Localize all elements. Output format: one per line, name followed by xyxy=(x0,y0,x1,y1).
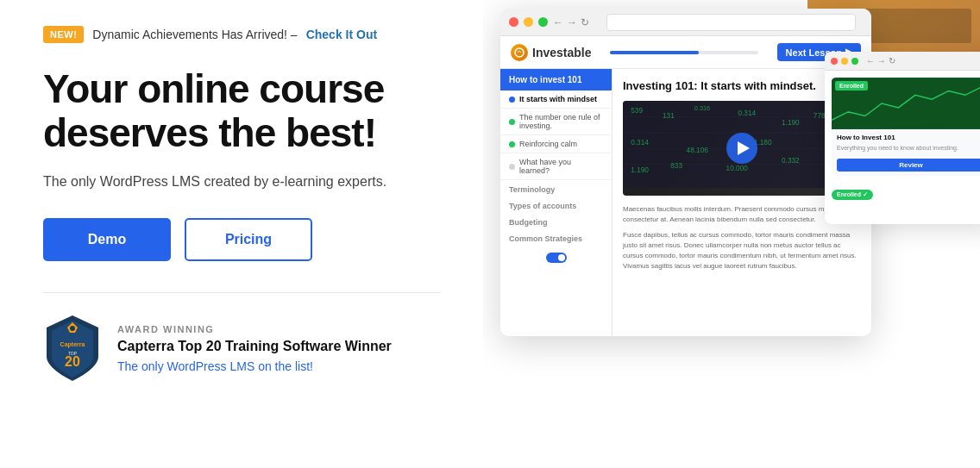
sidebar-lesson-4[interactable]: What have you learned? xyxy=(500,153,612,180)
lesson-dot-1 xyxy=(509,97,515,103)
award-title: Capterra Top 20 Training Software Winner xyxy=(117,338,392,356)
lms-sidebar: How to invest 101 It starts with mindset… xyxy=(500,69,612,336)
browser-back[interactable]: ← xyxy=(553,16,563,28)
svg-point-6 xyxy=(515,48,524,57)
browser-forward[interactable]: → xyxy=(567,16,577,28)
small-card-body: How to Invest 101 Everything you need to… xyxy=(832,129,980,176)
svg-text:0.314: 0.314 xyxy=(631,139,649,147)
button-group: Demo Pricing xyxy=(43,218,440,261)
lms-body: How to invest 101 It starts with mindset… xyxy=(500,69,871,336)
award-subtitle: The only WordPress LMS on the list! xyxy=(117,359,392,373)
svg-text:0.332: 0.332 xyxy=(782,157,800,165)
hero-heading: Your online course deserves the best! xyxy=(43,67,440,154)
lms-logo-icon xyxy=(511,44,528,61)
award-label: AWARD WINNING xyxy=(117,324,392,334)
small-card-image: Enrolled xyxy=(832,78,980,129)
browser-dot-yellow[interactable] xyxy=(524,17,533,27)
browser-small: ← → ↻ Enrolled How to Invest 101 xyxy=(825,52,980,224)
svg-point-3 xyxy=(70,326,75,331)
svg-text:539: 539 xyxy=(631,107,643,115)
demo-button[interactable]: Demo xyxy=(43,218,171,261)
svg-text:48.106: 48.106 xyxy=(687,147,709,154)
svg-text:833: 833 xyxy=(670,162,682,170)
small-enrolled-badge: Enrolled xyxy=(835,81,868,90)
sidebar-toggle[interactable] xyxy=(546,253,567,263)
lms-progress-fill xyxy=(610,51,699,54)
svg-text:0.316: 0.316 xyxy=(694,104,710,112)
sidebar-section-terminology: Terminology xyxy=(500,180,612,197)
small-dot-yellow[interactable] xyxy=(841,58,848,65)
play-icon xyxy=(738,141,750,155)
main-container: NEW! Dynamic Achievements Has Arrived! –… xyxy=(0,0,980,468)
hero-subtext: The only WordPress LMS created by e-lear… xyxy=(43,172,440,192)
right-panel: ← → ↻ Investable xyxy=(483,0,980,468)
sidebar-lesson-1[interactable]: It starts with mindset xyxy=(500,90,612,109)
divider xyxy=(43,292,440,293)
new-badge: NEW! xyxy=(43,26,84,43)
svg-text:0.314: 0.314 xyxy=(738,109,756,117)
sidebar-course-title: How to invest 101 xyxy=(500,69,612,90)
sidebar-lesson-2[interactable]: The number one rule of investing. xyxy=(500,109,612,135)
svg-text:20: 20 xyxy=(65,354,80,369)
lesson-dot-4 xyxy=(509,164,515,170)
sidebar-section-budgeting: Budgeting xyxy=(500,213,612,229)
small-course-card: Enrolled How to Invest 101 Everything yo… xyxy=(832,78,980,176)
browser-address-bar[interactable] xyxy=(606,14,856,31)
browser-dot-red[interactable] xyxy=(509,17,518,27)
lms-progress-bar xyxy=(610,51,757,54)
browser-main: ← → ↻ Investable xyxy=(500,9,871,336)
svg-text:Capterra: Capterra xyxy=(60,341,85,348)
browser-nav: ← → ↻ xyxy=(553,16,589,28)
capterra-badge: Capterra TOP 20 xyxy=(43,314,102,383)
award-section: Capterra TOP 20 AWARD WINNING Capterra T… xyxy=(43,314,440,383)
small-nav: ← → ↻ xyxy=(866,56,895,66)
lesson-dot-2 xyxy=(509,119,515,125)
svg-text:1.190: 1.190 xyxy=(631,166,649,174)
small-review-button[interactable]: Review xyxy=(837,159,980,172)
browser-dot-green[interactable] xyxy=(538,17,548,27)
small-card-title: How to Invest 101 xyxy=(837,134,980,142)
browser-toolbar: ← → ↻ xyxy=(500,9,871,36)
small-dot-green[interactable] xyxy=(851,58,858,65)
lms-logo-text: Investable xyxy=(532,46,591,59)
award-text: AWARD WINNING Capterra Top 20 Training S… xyxy=(117,324,392,373)
sidebar-section-strategies: Common Strategies xyxy=(500,229,612,246)
pricing-button[interactable]: Pricing xyxy=(185,218,312,261)
small-dot-red[interactable] xyxy=(831,58,838,65)
svg-text:10.000: 10.000 xyxy=(726,165,749,172)
sidebar-section-types: Types of accounts xyxy=(500,197,612,213)
announcement-bar: NEW! Dynamic Achievements Has Arrived! –… xyxy=(43,26,440,43)
lms-header: Investable Next Lesson ▶ xyxy=(500,36,871,69)
content-text-2: Fusce dapibus, tellus ac cursus commodo,… xyxy=(623,230,861,271)
lms-logo: Investable xyxy=(511,44,591,61)
small-browser-toolbar: ← → ↻ xyxy=(825,52,980,71)
video-play-button[interactable] xyxy=(726,133,757,164)
small-card-subtitle: Everything you need to know about invest… xyxy=(837,145,980,151)
small-content: Enrolled How to Invest 101 Everything yo… xyxy=(825,71,980,210)
left-panel: NEW! Dynamic Achievements Has Arrived! –… xyxy=(0,0,483,468)
check-it-out-link[interactable]: Check It Out xyxy=(306,28,377,41)
lesson-dot-3 xyxy=(509,141,515,147)
sidebar-lesson-3[interactable]: Reinforcing calm xyxy=(500,135,612,153)
svg-text:131: 131 xyxy=(663,112,675,120)
browser-refresh[interactable]: ↻ xyxy=(581,16,589,28)
svg-text:1.190: 1.190 xyxy=(782,119,800,127)
enrolled-badge-area: Enrolled ✓ xyxy=(832,181,980,203)
svg-text:778: 778 xyxy=(814,112,826,120)
enrolled-badge-2: Enrolled ✓ xyxy=(832,190,873,200)
announcement-text: Dynamic Achievements Has Arrived! – xyxy=(92,28,297,41)
